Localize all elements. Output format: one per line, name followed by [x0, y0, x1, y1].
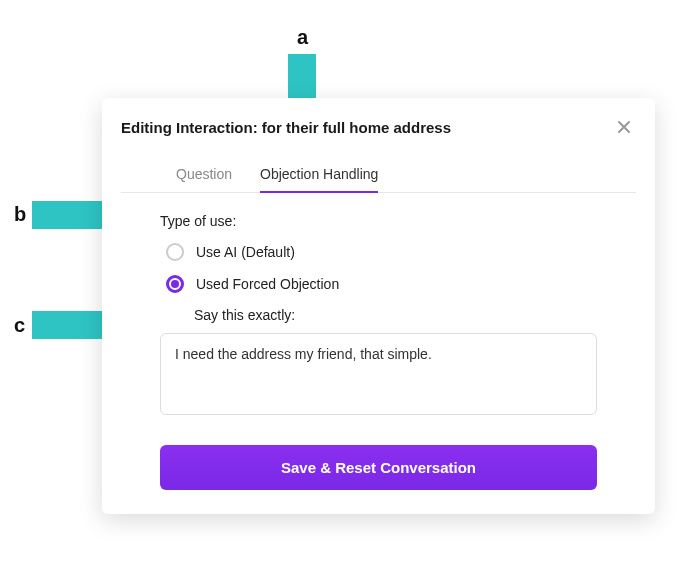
type-of-use-radio-group: Use AI (Default) Used Forced Objection	[166, 243, 597, 293]
radio-label-forced-objection: Used Forced Objection	[196, 276, 339, 292]
modal-body: Type of use: Use AI (Default) Used Force…	[102, 193, 655, 514]
callout-b-label: b	[14, 203, 26, 226]
radio-option-forced-objection[interactable]: Used Forced Objection	[166, 275, 597, 293]
callout-b-arrow	[32, 201, 110, 229]
tabs: Question Objection Handling	[121, 166, 636, 193]
say-exactly-section: Say this exactly: Save & Reset Conversat…	[194, 307, 597, 490]
say-exactly-label: Say this exactly:	[194, 307, 597, 323]
radio-icon	[166, 243, 184, 261]
tab-objection-handling[interactable]: Objection Handling	[260, 166, 378, 192]
type-of-use-label: Type of use:	[160, 213, 597, 229]
radio-option-use-ai[interactable]: Use AI (Default)	[166, 243, 597, 261]
radio-icon	[166, 275, 184, 293]
tab-question[interactable]: Question	[176, 166, 232, 192]
save-reset-button[interactable]: Save & Reset Conversation	[160, 445, 597, 490]
radio-label-use-ai: Use AI (Default)	[196, 244, 295, 260]
modal-title: Editing Interaction: for their full home…	[121, 119, 451, 136]
close-icon	[616, 119, 632, 135]
say-exactly-textarea[interactable]	[160, 333, 597, 415]
close-button[interactable]	[612, 115, 636, 139]
callout-a-label: a	[297, 26, 308, 49]
callout-c-arrow	[32, 311, 110, 339]
modal-header: Editing Interaction: for their full home…	[102, 98, 655, 152]
editing-interaction-modal: Editing Interaction: for their full home…	[102, 98, 655, 514]
callout-c-label: c	[14, 314, 25, 337]
